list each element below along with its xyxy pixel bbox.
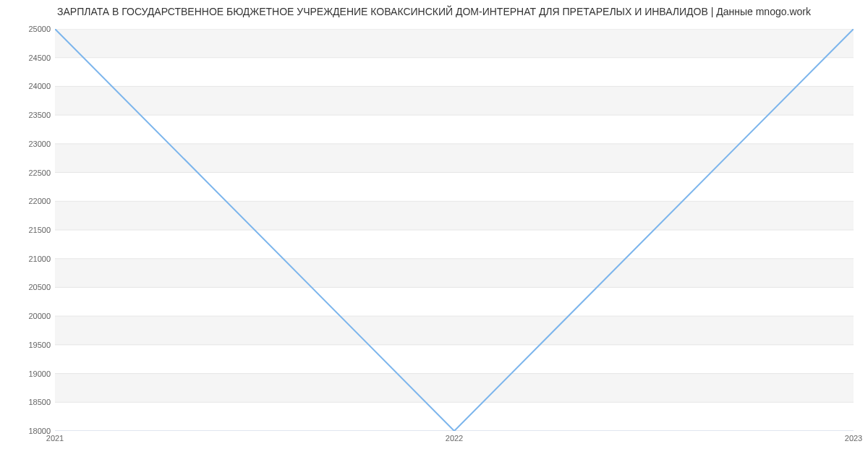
y-tick-label: 18000 <box>7 427 51 435</box>
y-tick-label: 21000 <box>7 255 51 263</box>
chart-svg <box>55 29 854 431</box>
y-tick-label: 25000 <box>7 25 51 33</box>
y-tick-label: 24000 <box>7 82 51 90</box>
y-tick-label: 22500 <box>7 168 51 177</box>
x-tick-label: 2023 <box>845 434 862 443</box>
y-tick-label: 20500 <box>7 283 51 291</box>
svg-rect-1 <box>55 316 854 345</box>
y-tick-label: 18500 <box>7 398 51 406</box>
svg-rect-4 <box>55 144 854 173</box>
svg-rect-2 <box>55 259 854 288</box>
plot-area <box>55 29 854 431</box>
svg-rect-5 <box>55 86 854 115</box>
svg-rect-3 <box>55 201 854 230</box>
x-tick-label: 2022 <box>446 434 463 443</box>
y-tick-label: 21500 <box>7 226 51 234</box>
y-tick-label: 19500 <box>7 341 51 349</box>
svg-rect-0 <box>55 374 854 403</box>
chart-title: ЗАРПЛАТА В ГОСУДАРСТВЕННОЕ БЮДЖЕТНОЕ УЧР… <box>0 6 868 17</box>
y-tick-label: 19000 <box>7 369 51 378</box>
chart-container: ЗАРПЛАТА В ГОСУДАРСТВЕННОЕ БЮДЖЕТНОЕ УЧР… <box>0 0 868 448</box>
svg-rect-6 <box>55 29 854 58</box>
y-tick-label: 23000 <box>7 140 51 148</box>
x-tick-label: 2021 <box>46 434 64 443</box>
y-tick-label: 20000 <box>7 312 51 320</box>
y-tick-label: 22000 <box>7 197 51 205</box>
y-tick-label: 24500 <box>7 54 51 62</box>
y-tick-label: 23500 <box>7 111 51 119</box>
